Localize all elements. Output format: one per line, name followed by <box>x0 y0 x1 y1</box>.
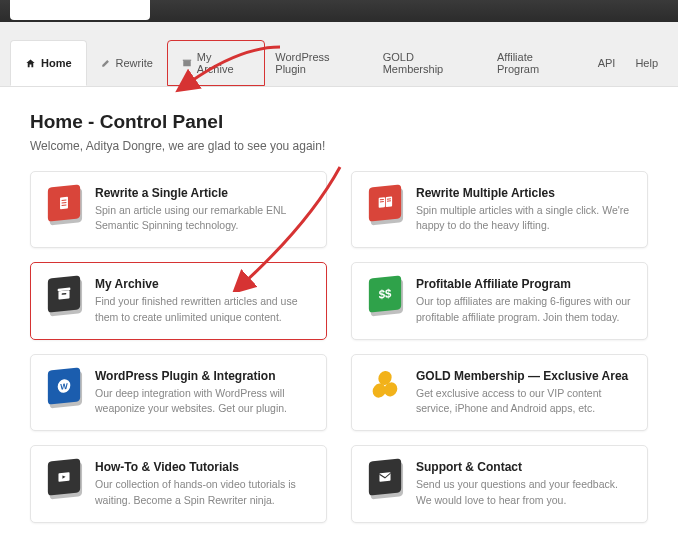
card-support[interactable]: Support & Contact Send us your questions… <box>351 445 648 522</box>
tab-home[interactable]: Home <box>10 40 87 86</box>
svg-rect-6 <box>379 197 385 208</box>
card-desc: Get exclusive access to our VIP content … <box>416 386 631 416</box>
card-title: Rewrite a Single Article <box>95 186 310 200</box>
card-title: My Archive <box>95 277 310 291</box>
video-icon <box>48 459 80 496</box>
card-my-archive[interactable]: My Archive Find your finished rewritten … <box>30 262 327 339</box>
svg-rect-0 <box>183 61 191 66</box>
card-howto[interactable]: How-To & Video Tutorials Our collection … <box>30 445 327 522</box>
card-desc: Find your finished rewritten articles an… <box>95 294 310 324</box>
card-title: Rewrite Multiple Articles <box>416 186 631 200</box>
svg-rect-1 <box>183 60 191 61</box>
card-rewrite-multi[interactable]: Rewrite Multiple Articles Spin multiple … <box>351 171 648 248</box>
svg-rect-12 <box>58 291 69 300</box>
card-desc: Our collection of hands-on video tutoria… <box>95 477 310 507</box>
tab-label: WordPress Plugin <box>275 51 362 75</box>
tab-rewrite[interactable]: Rewrite <box>87 40 167 86</box>
tabs-bar: Home Rewrite My Archive WordPress Plugin… <box>0 22 678 87</box>
envelope-icon <box>369 459 401 496</box>
tab-label: Affiliate Program <box>497 51 578 75</box>
tab-label: Home <box>41 57 72 69</box>
money-icon: $$ <box>369 276 401 313</box>
tab-my-archive[interactable]: My Archive <box>167 40 265 86</box>
archive-box-icon <box>48 276 80 313</box>
page-title: Home - Control Panel <box>30 111 648 133</box>
tab-gold-membership[interactable]: GOLD Membership <box>373 40 487 86</box>
card-grid: Rewrite a Single Article Spin an article… <box>30 171 648 523</box>
pencil-icon <box>101 58 111 68</box>
card-title: Support & Contact <box>416 460 631 474</box>
tab-label: My Archive <box>197 51 250 75</box>
card-desc: Spin multiple articles with a single cli… <box>416 203 631 233</box>
archive-icon <box>182 58 192 68</box>
card-affiliate[interactable]: $$ Profitable Affiliate Program Our top … <box>351 262 648 339</box>
card-wordpress[interactable]: W WordPress Plugin & Integration Our dee… <box>30 354 327 431</box>
card-desc: Spin an article using our remarkable ENL… <box>95 203 310 233</box>
card-desc: Send us your questions and your feedback… <box>416 477 631 507</box>
card-desc: Our deep integration with WordPress will… <box>95 386 310 416</box>
card-gold[interactable]: GOLD Membership — Exclusive Area Get exc… <box>351 354 648 431</box>
tab-label: Rewrite <box>116 57 153 69</box>
home-icon <box>25 58 36 69</box>
content-area: Home - Control Panel Welcome, Aditya Don… <box>0 87 678 547</box>
card-title: How-To & Video Tutorials <box>95 460 310 474</box>
svg-text:W: W <box>60 382 68 392</box>
logo <box>10 0 150 20</box>
tab-label: GOLD Membership <box>383 51 477 75</box>
card-title: WordPress Plugin & Integration <box>95 369 310 383</box>
tab-label: API <box>598 57 616 69</box>
card-rewrite-single[interactable]: Rewrite a Single Article Spin an article… <box>30 171 327 248</box>
tab-help[interactable]: Help <box>625 40 668 86</box>
svg-rect-7 <box>386 196 392 207</box>
tab-label: Help <box>635 57 658 69</box>
tab-api[interactable]: API <box>588 40 626 86</box>
dollar-text: $$ <box>379 287 392 302</box>
documents-icon <box>369 184 401 221</box>
wordpress-icon: W <box>48 367 80 404</box>
tab-wordpress-plugin[interactable]: WordPress Plugin <box>265 40 372 86</box>
card-title: GOLD Membership — Exclusive Area <box>416 369 631 383</box>
document-icon <box>48 184 80 221</box>
card-title: Profitable Affiliate Program <box>416 277 631 291</box>
welcome-text: Welcome, Aditya Dongre, we are glad to s… <box>30 139 648 153</box>
card-desc: Our top affiliates are making 6-figures … <box>416 294 631 324</box>
gold-circles-icon <box>369 367 401 404</box>
tab-affiliate-program[interactable]: Affiliate Program <box>487 40 588 86</box>
